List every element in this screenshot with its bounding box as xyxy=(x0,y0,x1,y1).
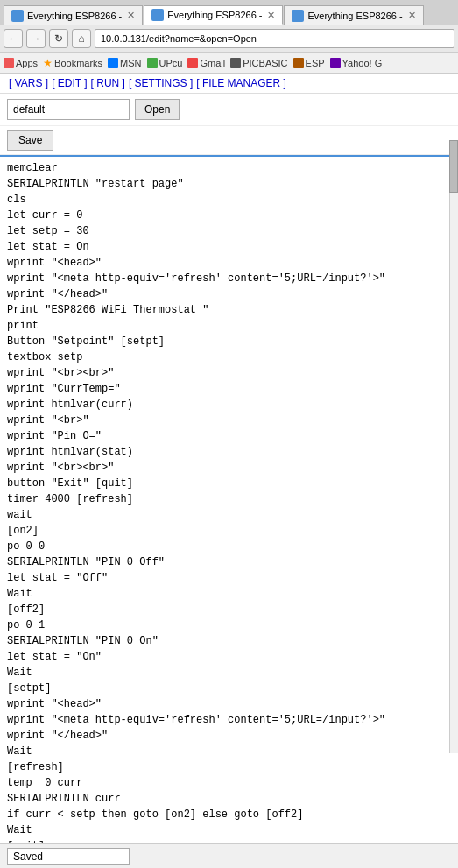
code-line: Wait xyxy=(7,822,451,838)
code-line: wprint "</head>" xyxy=(7,286,451,302)
code-line: po 0 1 xyxy=(7,617,451,633)
page-nav: [ VARS ] [ EDIT ] [ RUN ] [ SETTINGS ] [… xyxy=(0,74,458,94)
bookmark-picbasic-label: PICBASIC xyxy=(243,58,287,68)
back-button[interactable]: ← xyxy=(4,29,23,48)
address-bar[interactable] xyxy=(95,29,454,48)
code-line: wprint "<br><br>" xyxy=(7,460,451,476)
code-line: SERIALPRINTLN "restart page" xyxy=(7,176,451,192)
tab-label-1: Everything ESP8266 - xyxy=(27,11,122,21)
code-line: let curr = 0 xyxy=(7,208,451,223)
code-line: let stat = On xyxy=(7,239,451,255)
code-line: wprint "</head>" xyxy=(7,728,451,744)
code-line: Button "Setpoint" [setpt] xyxy=(7,334,451,349)
upcu-icon xyxy=(147,58,158,68)
esp-icon xyxy=(293,58,304,68)
bookmark-msn[interactable]: MSN xyxy=(108,58,141,68)
code-line: wprint "<head>" xyxy=(7,255,451,271)
bookmark-upcu[interactable]: UPcu xyxy=(147,58,183,68)
msn-icon xyxy=(108,58,118,68)
save-row: Save xyxy=(0,126,458,155)
browser-tab-1[interactable]: Everything ESP8266 - ✕ xyxy=(4,5,143,25)
code-line: button "Exit" [quit] xyxy=(7,476,451,491)
nav-vars[interactable]: [ VARS ] xyxy=(7,77,50,89)
code-line: wprint "<meta http-equiv='refresh' conte… xyxy=(7,271,451,286)
code-line: wprint "<meta http-equiv='refresh' conte… xyxy=(7,712,451,728)
bookmark-yahoo[interactable]: Yahoo! G xyxy=(330,58,383,68)
code-line: timer 4000 [refresh] xyxy=(7,491,451,507)
browser-tab-3[interactable]: Everything ESP8266 - ✕ xyxy=(284,5,423,25)
bookmarks-bar: Apps ★ Bookmarks MSN UPcu Gmail PICBASIC… xyxy=(0,53,458,74)
code-line: [setpt] xyxy=(7,681,451,696)
code-line: wprint "CurrTemp=" xyxy=(7,381,451,397)
code-line: SERIALPRINTLN "PIN 0 On" xyxy=(7,633,451,649)
tab-close-2[interactable]: ✕ xyxy=(262,10,275,21)
star-icon: ★ xyxy=(43,57,53,69)
tab-close-3[interactable]: ✕ xyxy=(403,10,416,21)
bookmark-esp-label: ESP xyxy=(306,58,325,68)
apps-icon xyxy=(4,58,14,68)
code-line: memclear xyxy=(7,160,451,176)
bookmark-esp[interactable]: ESP xyxy=(293,58,325,68)
code-line: wprint htmlvar(curr) xyxy=(7,397,451,413)
bookmark-bookmarks[interactable]: ★ Bookmarks xyxy=(43,57,102,69)
nav-settings[interactable]: [ SETTINGS ] xyxy=(127,77,194,89)
tab-label-3: Everything ESP8266 - xyxy=(307,11,402,21)
code-line: po 0 0 xyxy=(7,539,451,554)
yahoo-icon xyxy=(330,58,341,68)
code-line: SERIALPRINTLN "PIN 0 Off" xyxy=(7,554,451,570)
code-line: [off2] xyxy=(7,602,451,617)
scrollbar-track[interactable] xyxy=(449,140,458,753)
bookmark-upcu-label: UPcu xyxy=(159,58,183,68)
bookmark-apps-label: Apps xyxy=(16,58,38,68)
code-line: [refresh] xyxy=(7,759,451,775)
code-line: let setp = 30 xyxy=(7,223,451,239)
code-line: temp 0 curr xyxy=(7,775,451,791)
tab-favicon-1 xyxy=(11,10,24,22)
picbasic-icon xyxy=(230,58,241,68)
tab-close-1[interactable]: ✕ xyxy=(122,10,135,21)
toolbar-row: Open xyxy=(0,94,458,126)
reload-button[interactable]: ↻ xyxy=(49,29,68,48)
code-editor[interactable]: memclearSERIALPRINTLN "restart page"clsl… xyxy=(0,155,458,868)
code-line: wprint "Pin O=" xyxy=(7,428,451,444)
bookmark-gmail[interactable]: Gmail xyxy=(187,58,225,68)
code-line: wprint "<br>" xyxy=(7,413,451,428)
open-button[interactable]: Open xyxy=(135,99,180,120)
code-line: wprint "<br><br>" xyxy=(7,365,451,381)
code-line: cls xyxy=(7,192,451,208)
code-line: if curr < setp then goto [on2] else goto… xyxy=(7,807,451,822)
nav-filemanager[interactable]: [ FILE MANAGER ] xyxy=(194,77,288,89)
code-line: wprint htmlvar(stat) xyxy=(7,444,451,460)
status-bar xyxy=(0,843,458,868)
code-line: SERIALPRINTLN curr xyxy=(7,791,451,807)
code-line: Wait xyxy=(7,744,451,759)
code-line: [on2] xyxy=(7,523,451,539)
code-line: let stat = "Off" xyxy=(7,570,451,586)
browser-toolbar: ← → ↻ ⌂ xyxy=(0,25,458,53)
nav-edit[interactable]: [ EDIT ] xyxy=(50,77,88,89)
browser-tabs: Everything ESP8266 - ✕ Everything ESP826… xyxy=(0,0,458,25)
code-line: Wait xyxy=(7,586,451,602)
tab-favicon-3 xyxy=(292,10,304,22)
code-line: Wait xyxy=(7,665,451,681)
tab-label-2: Everything ESP8266 - xyxy=(167,10,262,20)
nav-run[interactable]: [ RUN ] xyxy=(89,77,127,89)
scrollbar-thumb[interactable] xyxy=(449,140,458,193)
bookmark-bookmarks-label: Bookmarks xyxy=(54,58,102,68)
forward-button[interactable]: → xyxy=(26,29,46,48)
bookmark-picbasic[interactable]: PICBASIC xyxy=(230,58,287,68)
bookmark-apps[interactable]: Apps xyxy=(4,58,38,68)
bookmark-gmail-label: Gmail xyxy=(200,58,225,68)
status-input xyxy=(7,848,130,865)
tab-favicon-2 xyxy=(151,9,164,21)
code-line: textbox setp xyxy=(7,349,451,365)
browser-tab-2[interactable]: Everything ESP8266 - ✕ xyxy=(144,5,283,25)
code-line: print xyxy=(7,318,451,334)
home-button[interactable]: ⌂ xyxy=(72,29,91,48)
code-line: wprint "<head>" xyxy=(7,696,451,712)
code-line: wait xyxy=(7,507,451,523)
code-line: let stat = "On" xyxy=(7,649,451,665)
save-button[interactable]: Save xyxy=(7,130,53,151)
filename-input[interactable] xyxy=(7,99,130,120)
bookmark-msn-label: MSN xyxy=(120,58,141,68)
